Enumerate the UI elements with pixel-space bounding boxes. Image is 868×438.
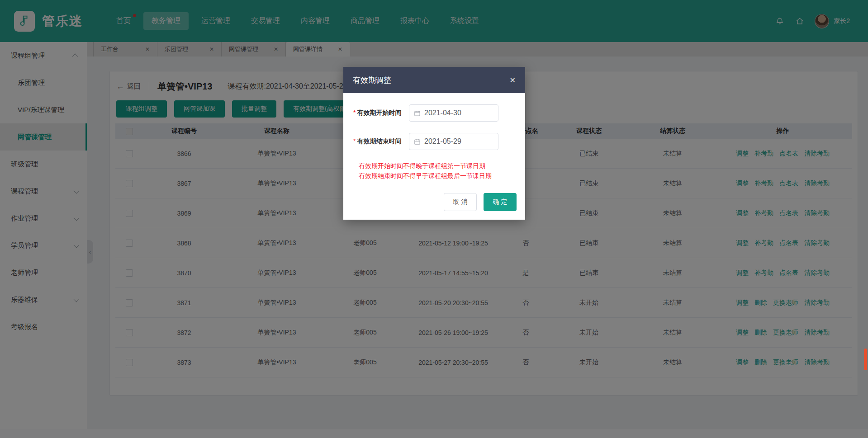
modal-body: *有效期开始时间 2021-04-30 *有效期结束时间 2021-05-29 … [343, 93, 525, 220]
cancel-button[interactable]: 取 消 [444, 193, 477, 211]
validity-warning-line-2: 有效期结束时间不得早于课程组最后一节课日期 [359, 171, 525, 181]
validity-warning-line-1: 有效期开始时间不得晚于课程组第一节课日期 [359, 161, 525, 171]
vertical-scrollbar-thumb[interactable] [864, 349, 867, 370]
modal-title: 有效期调整 [353, 75, 510, 85]
start-date-field-row: *有效期开始时间 2021-04-30 [353, 104, 525, 122]
close-icon[interactable]: ✕ [510, 76, 516, 85]
end-date-value: 2021-05-29 [424, 137, 461, 146]
modal-buttons: 取 消 确 定 [444, 193, 517, 211]
start-date-value: 2021-04-30 [424, 109, 461, 117]
confirm-button[interactable]: 确 定 [484, 193, 517, 211]
calendar-icon [414, 110, 421, 117]
required-asterisk: * [353, 137, 356, 145]
start-date-input[interactable]: 2021-04-30 [409, 104, 498, 122]
calendar-icon [414, 138, 421, 145]
modal-header: 有效期调整 ✕ [343, 67, 525, 93]
end-date-input[interactable]: 2021-05-29 [409, 133, 498, 150]
validity-adjust-modal: 有效期调整 ✕ *有效期开始时间 2021-04-30 *有效期结束时间 202… [343, 67, 525, 220]
end-date-field-row: *有效期结束时间 2021-05-29 [353, 133, 525, 150]
required-asterisk: * [353, 109, 356, 116]
end-date-label: *有效期结束时间 [353, 137, 409, 146]
start-date-label: *有效期开始时间 [353, 109, 409, 117]
